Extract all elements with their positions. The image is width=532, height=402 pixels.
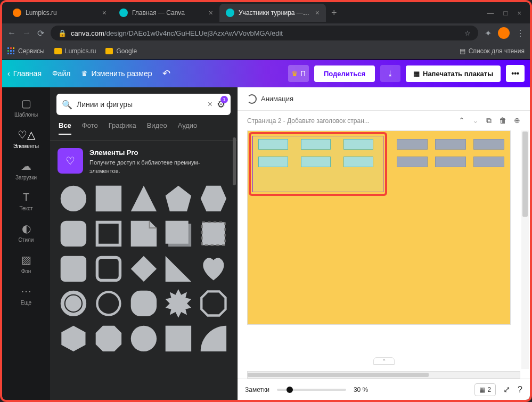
shape-square-outline[interactable] [93, 218, 125, 250]
download-button[interactable]: ⭳ [380, 65, 400, 82]
page-title[interactable]: Страница 2 - Добавьте заголовок стран... [247, 117, 453, 125]
close-window-icon[interactable]: × [517, 9, 521, 17]
canvas-shape[interactable] [435, 139, 466, 150]
profile-avatar[interactable] [498, 27, 510, 39]
canvas-shape-selected[interactable] [258, 139, 288, 150]
canvas-shape[interactable] [435, 157, 466, 167]
file-menu[interactable]: Файл [52, 69, 70, 78]
shape-triangle-filled[interactable] [128, 183, 160, 215]
notes-button[interactable]: Заметки [245, 386, 269, 393]
canvas-shape-selected[interactable] [301, 139, 331, 150]
shape-square-dashed[interactable] [198, 218, 230, 250]
shape-arc[interactable] [198, 323, 230, 355]
duplicate-icon[interactable]: ⧉ [486, 116, 492, 125]
pro-banner[interactable]: ♡ Элементы ProПолучите доступ к библиоте… [58, 148, 230, 175]
canvas-shape[interactable] [397, 157, 428, 167]
new-tab-button[interactable]: + [326, 7, 342, 19]
rail-styles[interactable]: ◐Стили [2, 217, 50, 248]
shape-octagon-outline[interactable] [198, 288, 230, 319]
canvas-viewport[interactable]: ⌃ [238, 130, 530, 369]
rail-uploads[interactable]: ☁Загрузки [2, 154, 50, 186]
share-button[interactable]: Поделиться [314, 65, 375, 82]
home-button[interactable]: ‹Главная [7, 69, 42, 78]
bookmark-services[interactable]: Сервисы [7, 47, 45, 55]
print-button[interactable]: ▦Напечатать плакаты [406, 65, 501, 82]
shape-hexagon-filled[interactable] [198, 183, 230, 215]
shape-square-filled[interactable] [93, 183, 125, 215]
help-icon[interactable]: ? [518, 385, 522, 395]
shape-pentagon-filled[interactable] [162, 183, 194, 215]
canvas-shape[interactable] [473, 157, 504, 167]
minimize-icon[interactable]: — [487, 9, 494, 17]
animation-button[interactable]: Анимация [261, 95, 293, 103]
tab-audio[interactable]: Аудио [178, 121, 198, 135]
premium-badge[interactable]: ♛П [288, 65, 309, 82]
horizontal-scrollbar[interactable] [247, 371, 520, 379]
reading-list-button[interactable]: ▤Список для чтения [460, 47, 525, 55]
bookmark-lumpics[interactable]: Lumpics.ru [54, 47, 96, 55]
shape-circle2[interactable] [128, 323, 160, 355]
page-down-icon[interactable]: ⌄ [472, 116, 479, 125]
shape-square-folded[interactable] [128, 218, 160, 250]
tab-video[interactable]: Видео [147, 121, 167, 135]
undo-icon[interactable]: ↶ [162, 68, 170, 79]
resize-button[interactable]: ♛Изменить размер [81, 69, 152, 78]
shape-square2[interactable] [162, 323, 194, 355]
forward-icon[interactable]: → [22, 28, 31, 38]
add-page-icon[interactable]: ⊕ [514, 116, 520, 125]
menu-icon[interactable]: ⋮ [516, 28, 525, 38]
delete-icon[interactable]: 🗑 [499, 116, 506, 125]
expand-pages-tab[interactable]: ⌃ [373, 357, 395, 365]
canvas-shape[interactable] [397, 139, 428, 150]
fullscreen-icon[interactable]: ⤢ [503, 384, 510, 395]
shape-square-shadow[interactable] [162, 218, 194, 250]
browser-tab[interactable]: Главная — Canva × [113, 4, 219, 22]
close-icon[interactable]: × [315, 9, 320, 17]
shape-rounded-square[interactable] [58, 218, 89, 250]
canvas-shape-selected[interactable] [343, 157, 373, 167]
rail-text[interactable]: TТекст [2, 186, 50, 217]
browser-tab-active[interactable]: Участники турнира — Плакат × [219, 4, 326, 22]
close-icon[interactable]: × [209, 9, 213, 17]
browser-tab[interactable]: Lumpics.ru × [6, 4, 113, 22]
scroll-thumb[interactable] [248, 373, 429, 377]
reload-icon[interactable]: ⟳ [37, 28, 44, 38]
shape-superellipse[interactable] [128, 288, 160, 319]
shape-hexagon2[interactable] [58, 323, 89, 355]
scroll-thumb[interactable] [233, 137, 236, 185]
page-up-icon[interactable]: ⌃ [459, 116, 465, 125]
shape-circle-filled[interactable] [58, 183, 89, 215]
close-icon[interactable]: × [102, 9, 107, 17]
shape-circle-outline[interactable] [93, 288, 125, 319]
canvas-shape-selected[interactable] [301, 157, 331, 167]
shape-diamond[interactable] [128, 253, 160, 285]
bookmark-google[interactable]: Google [105, 47, 137, 55]
filter-button[interactable]: ⚙1 [217, 99, 225, 110]
extensions-icon[interactable]: ✦ [485, 28, 492, 38]
url-bar[interactable]: 🔒 canva.com/design/DAEo1w0v4nc/GuHELUej3… [51, 26, 478, 40]
zoom-value[interactable]: 30 % [354, 386, 375, 393]
design-page[interactable] [247, 130, 511, 325]
shape-right-triangle[interactable] [162, 253, 194, 285]
shape-badge[interactable] [58, 288, 89, 319]
zoom-slider[interactable] [277, 389, 346, 391]
rail-elements[interactable]: ♡△Элементы [2, 123, 50, 154]
shape-heart[interactable] [198, 253, 230, 285]
tab-photo[interactable]: Фото [82, 121, 98, 135]
rail-templates[interactable]: ▢Шаблоны [2, 92, 50, 123]
panel-scrollbar[interactable] [233, 121, 237, 400]
scroll-thumb[interactable] [522, 132, 528, 217]
page-indicator[interactable]: ▦2 [474, 383, 496, 396]
zoom-handle[interactable] [287, 387, 293, 393]
shape-octagon-filled[interactable] [93, 323, 125, 355]
more-button[interactable]: ••• [506, 65, 525, 82]
rail-background[interactable]: ▨Фон [2, 248, 50, 280]
vertical-scrollbar[interactable] [521, 130, 529, 369]
shape-star-burst[interactable] [162, 288, 194, 319]
canvas-shape-selected[interactable] [258, 157, 288, 167]
shape-rounded-outline[interactable] [93, 253, 125, 285]
canvas-shape-selected[interactable] [343, 139, 373, 150]
clear-icon[interactable]: × [208, 100, 212, 109]
tab-all[interactable]: Все [59, 121, 71, 135]
shape-rounded-square2[interactable] [58, 253, 89, 285]
